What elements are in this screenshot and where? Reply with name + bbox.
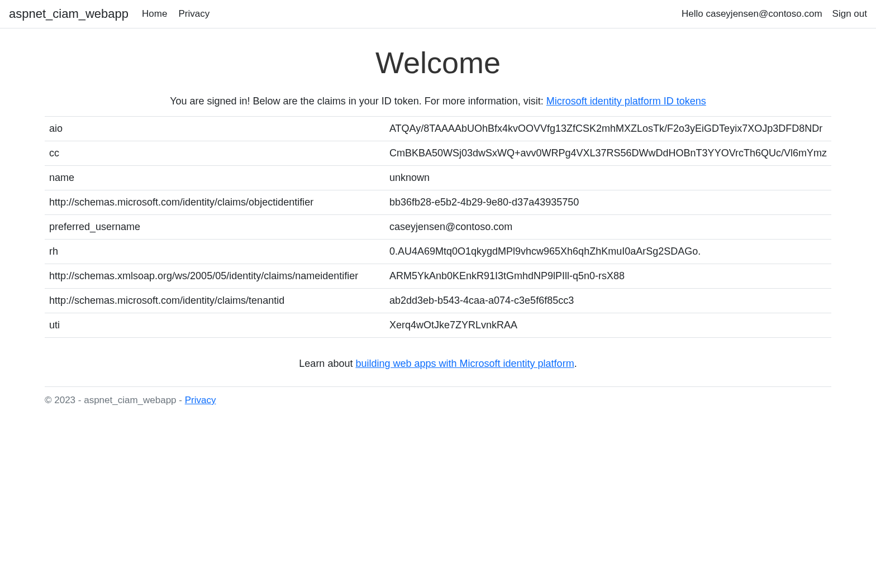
learn-more-suffix: .: [574, 358, 577, 369]
claim-value: ARM5YkAnb0KEnkR91I3tGmhdNP9lPIll-q5n0-rs…: [385, 264, 831, 289]
footer-privacy-link[interactable]: Privacy: [185, 395, 216, 405]
table-row: aioATQAy/8TAAAAbUOhBfx4kvOOVVfg13ZfCSK2m…: [45, 117, 831, 141]
footer-text: © 2023 - aspnet_ciam_webapp -: [45, 395, 185, 405]
claim-key: preferred_username: [45, 215, 385, 240]
navbar-left: aspnet_ciam_webapp Home Privacy: [9, 7, 210, 21]
claims-table: aioATQAy/8TAAAAbUOhBfx4kvOOVVfg13ZfCSK2m…: [45, 116, 831, 338]
table-row: http://schemas.microsoft.com/identity/cl…: [45, 289, 831, 313]
claim-value: ab2dd3eb-b543-4caa-a074-c3e5f6f85cc3: [385, 289, 831, 313]
page-title: Welcome: [0, 45, 876, 80]
claim-key: name: [45, 166, 385, 190]
claim-key: rh: [45, 240, 385, 264]
claim-key: http://schemas.microsoft.com/identity/cl…: [45, 289, 385, 313]
nav-links: Home Privacy: [142, 8, 210, 20]
intro-text: You are signed in! Below are the claims …: [170, 95, 546, 107]
learn-more-link[interactable]: building web apps with Microsoft identit…: [355, 358, 574, 369]
table-row: http://schemas.xmlsoap.org/ws/2005/05/id…: [45, 264, 831, 289]
claim-value: caseyjensen@contoso.com: [385, 215, 831, 240]
claim-value: CmBKBA50WSj03dwSxWQ+avv0WRPg4VXL37RS56DW…: [385, 141, 831, 166]
claim-key: aio: [45, 117, 385, 141]
claim-key: http://schemas.xmlsoap.org/ws/2005/05/id…: [45, 264, 385, 289]
nav-home-link[interactable]: Home: [142, 8, 167, 20]
claim-key: cc: [45, 141, 385, 166]
table-row: ccCmBKBA50WSj03dwSxWQ+avv0WRPg4VXL37RS56…: [45, 141, 831, 166]
footer: © 2023 - aspnet_ciam_webapp - Privacy: [45, 386, 831, 414]
intro-paragraph: You are signed in! Below are the claims …: [0, 95, 876, 107]
signout-link[interactable]: Sign out: [832, 8, 867, 20]
claim-value: ATQAy/8TAAAAbUOhBfx4kvOOVVfg13ZfCSK2mhMX…: [385, 117, 831, 141]
navbar-right: Hello caseyjensen@contoso.com Sign out: [682, 8, 867, 20]
claim-value: unknown: [385, 166, 831, 190]
claim-value: Xerq4wOtJke7ZYRLvnkRAA: [385, 313, 831, 338]
brand-link[interactable]: aspnet_ciam_webapp: [9, 7, 128, 21]
claim-key: uti: [45, 313, 385, 338]
table-row: nameunknown: [45, 166, 831, 190]
table-row: http://schemas.microsoft.com/identity/cl…: [45, 190, 831, 215]
claim-value: bb36fb28-e5b2-4b29-9e80-d37a43935750: [385, 190, 831, 215]
main-content: Welcome You are signed in! Below are the…: [0, 28, 876, 370]
id-tokens-link[interactable]: Microsoft identity platform ID tokens: [546, 95, 706, 107]
table-row: preferred_usernamecaseyjensen@contoso.co…: [45, 215, 831, 240]
table-row: rh0.AU4A69Mtq0O1qkygdMPl9vhcw965Xh6qhZhK…: [45, 240, 831, 264]
claim-key: http://schemas.microsoft.com/identity/cl…: [45, 190, 385, 215]
user-greeting: Hello caseyjensen@contoso.com: [682, 8, 822, 20]
learn-more-prefix: Learn about: [299, 358, 355, 369]
nav-privacy-link[interactable]: Privacy: [178, 8, 210, 20]
table-row: utiXerq4wOtJke7ZYRLvnkRAA: [45, 313, 831, 338]
learn-more-paragraph: Learn about building web apps with Micro…: [0, 358, 876, 370]
claim-value: 0.AU4A69Mtq0O1qkygdMPl9vhcw965Xh6qhZhKmu…: [385, 240, 831, 264]
navbar: aspnet_ciam_webapp Home Privacy Hello ca…: [0, 0, 876, 28]
